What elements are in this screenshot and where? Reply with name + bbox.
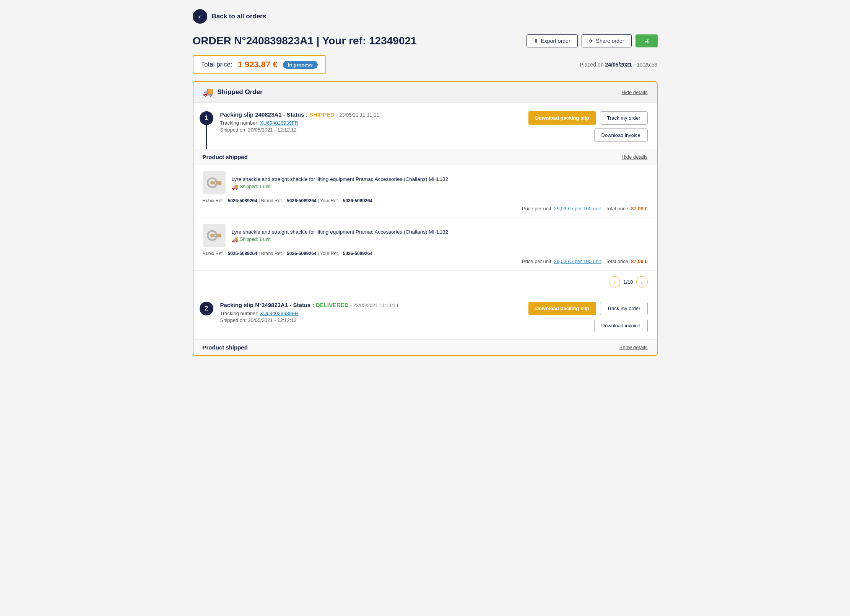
placed-on-date: 24/05/2021: [605, 62, 632, 68]
placed-on-info: Placed on 24/05/2021 - 10:25:59: [580, 62, 657, 68]
step-line-1: [206, 125, 207, 149]
tracking-info-2: Tracking number: XU694028939FR: [220, 310, 399, 316]
back-icon[interactable]: ‹: [193, 9, 207, 24]
track-order-2-button[interactable]: Track my order: [600, 302, 648, 315]
download-icon: ⬇: [534, 38, 538, 44]
packing-buttons-row-2: Download packing slip Track my order: [528, 302, 648, 315]
download-packing-slip-2-button[interactable]: Download packing slip: [528, 302, 596, 315]
order-title: ORDER N°240839823A1 | Your ref: 12349021: [193, 35, 417, 47]
product-section-title-1: Product shipped: [203, 154, 248, 160]
print-button[interactable]: 🖨: [635, 34, 658, 47]
download-invoice-1-button[interactable]: Download invoice: [594, 128, 648, 142]
packing-buttons-row-1: Download packing slip Track my order: [528, 111, 648, 125]
shipped-on-2: Shipped on: 20/05/2021 - 12:12:12: [220, 317, 399, 323]
download-invoice-2-button[interactable]: Download invoice: [594, 319, 648, 332]
packing-slip-1-status: SHIPPED: [309, 111, 335, 118]
product-2-description: Lyre shackle and straight shackle for li…: [232, 229, 449, 235]
product-1-details: Lyre shackle and straight shackle for li…: [232, 176, 449, 190]
product-image-2: [203, 224, 226, 247]
truck-small-icon-1: 🚚: [232, 184, 238, 190]
back-navigation[interactable]: ‹ Back to all orders: [193, 9, 658, 24]
total-price-amount: 1 923,87 €: [238, 60, 278, 70]
total-price-label: Total price:: [201, 61, 232, 68]
show-details-link[interactable]: Show details: [619, 345, 648, 350]
shipped-order-card: 🚚 Shipped Order Hide details 1 Packing s…: [193, 81, 658, 356]
hide-details-products-1[interactable]: Hide details: [622, 154, 648, 160]
bottom-product-section: Product shipped Show details: [193, 340, 657, 355]
product-item-1: Lyre shackle and straight shackle for li…: [193, 165, 657, 218]
packing-slip-1-buttons: Download packing slip Track my order Dow…: [528, 111, 648, 142]
shipped-order-title: Shipped Order: [218, 88, 263, 96]
print-icon: 🖨: [644, 38, 649, 44]
svg-point-5: [210, 234, 214, 237]
packing-slip-1-info: Packing slip 240823A1 - Status : SHIPPED…: [220, 111, 379, 134]
product-1-description: Lyre shackle and straight shackle for li…: [232, 176, 449, 182]
packing-slip-2-info: Packing slip N°249823A1 - Status : DELIV…: [220, 302, 399, 324]
tracking-info-1: Tracking number: XU694028939FR: [220, 120, 379, 126]
price-per-unit-label-1: Price per unit: 29,03 € / per 100 unit: [522, 206, 601, 211]
step-2-circle: 2: [200, 302, 213, 315]
tracking-number-2-link[interactable]: XU694028939FR: [260, 310, 298, 316]
placed-on-label: Placed on: [580, 62, 603, 68]
packing-slip-1: 1 Packing slip 240823A1 - Status : SHIPP…: [193, 103, 657, 149]
packing-slip-1-date: - 23/05/21 11:11:11: [336, 112, 379, 118]
product-image-1: [203, 171, 226, 194]
truck-small-icon-2: 🚚: [232, 236, 238, 242]
product-1-shipped-badge: 🚚 Shipped: 1 unit: [232, 184, 449, 190]
packing-slip-2-top: Packing slip N°249823A1 - Status : DELIV…: [220, 302, 648, 332]
status-badge: In process: [283, 61, 318, 69]
step-1-circle: 1: [200, 111, 213, 125]
packing-slip-2: 2 Packing slip N°249823A1 - Status : DEL…: [193, 293, 657, 340]
shipped-on-1: Shipped on: 20/05/2021 - 12:12:12: [220, 127, 379, 133]
card-header: 🚚 Shipped Order Hide details: [193, 82, 657, 103]
product-2-price-row: Price per unit: 29,03 € / per 100 unit T…: [203, 258, 648, 264]
pagination-prev-button[interactable]: ‹: [609, 276, 620, 288]
product-item-2: Lyre shackle and straight shackle for li…: [193, 218, 657, 271]
back-label: Back to all orders: [212, 13, 267, 20]
export-order-button[interactable]: ⬇ Export order: [527, 34, 578, 47]
product-item-2-top: Lyre shackle and straight shackle for li…: [203, 224, 648, 247]
track-order-1-button[interactable]: Track my order: [600, 111, 648, 125]
price-per-unit-link-2[interactable]: 29,03 € / per 100 unit: [554, 258, 601, 264]
product-2-refs: Rubix Ref. : 5026-5089264 | Brand Ref. :…: [203, 251, 648, 256]
price-per-unit-link-1[interactable]: 29,03 € / per 100 unit: [554, 206, 601, 211]
card-header-left: 🚚 Shipped Order: [203, 87, 263, 97]
total-price-value-1: 87,09 €: [631, 206, 647, 211]
product-2-shipped-badge: 🚚 Shipped: 1 unit: [232, 236, 449, 242]
svg-point-1: [210, 181, 214, 185]
product-item-1-top: Lyre shackle and straight shackle for li…: [203, 171, 648, 194]
price-per-unit-label-2: Price per unit: 29,03 € / per 100 unit: [522, 258, 601, 264]
total-price-box: Total price: 1 923,87 € In process: [193, 55, 326, 74]
pagination-info: 1/10: [623, 279, 633, 285]
share-order-button[interactable]: ✈ Share order: [582, 34, 632, 47]
packing-invoice-row-2: Download invoice: [594, 319, 648, 332]
hide-details-link[interactable]: Hide details: [622, 89, 648, 95]
total-price-label-2: Total price: 87,09 €: [606, 258, 648, 264]
packing-slip-2-title: Packing slip N°249823A1 - Status : DELIV…: [220, 302, 399, 308]
download-packing-slip-1-button[interactable]: Download packing slip: [528, 111, 596, 125]
product-2-details: Lyre shackle and straight shackle for li…: [232, 229, 449, 242]
product-1-price-row: Price per unit: 29,03 € / per 100 unit T…: [203, 206, 648, 211]
order-header: ORDER N°240839823A1 | Your ref: 12349021…: [193, 34, 658, 47]
packing-slip-1-title: Packing slip 240823A1 - Status : SHIPPED…: [220, 111, 379, 118]
pagination-row: ‹ 1/10 ›: [193, 271, 657, 293]
placed-on-time-value: 10:25:59: [637, 62, 658, 68]
packing-slip-2-status: DELIVERED: [316, 302, 349, 308]
packing-slip-2-date: - 23/05/2021 11:11:11: [350, 302, 399, 308]
order-actions: ⬇ Export order ✈ Share order 🖨: [527, 34, 658, 47]
bottom-product-section-title: Product shipped: [203, 344, 248, 351]
product-1-refs: Rubix Ref. : 5026-5089264 | Brand Ref. :…: [203, 198, 648, 203]
total-price-label-1: Total price: 87,09 €: [606, 206, 648, 211]
product-section-header-1: Product shipped Hide details: [193, 149, 657, 165]
truck-icon: 🚚: [203, 87, 213, 97]
placed-on-time: -: [633, 62, 637, 68]
share-icon: ✈: [589, 38, 593, 44]
packing-invoice-row-1: Download invoice: [594, 128, 648, 142]
packing-slip-2-buttons: Download packing slip Track my order Dow…: [528, 302, 648, 332]
total-price-value-2: 87,09 €: [631, 258, 647, 264]
packing-slip-1-top: Packing slip 240823A1 - Status : SHIPPED…: [220, 111, 648, 142]
tracking-number-1-link[interactable]: XU694028939FR: [260, 120, 298, 126]
total-row: Total price: 1 923,87 € In process Place…: [193, 55, 658, 74]
pagination-next-button[interactable]: ›: [636, 276, 648, 288]
products-section-1: Product shipped Hide details L: [193, 149, 657, 293]
